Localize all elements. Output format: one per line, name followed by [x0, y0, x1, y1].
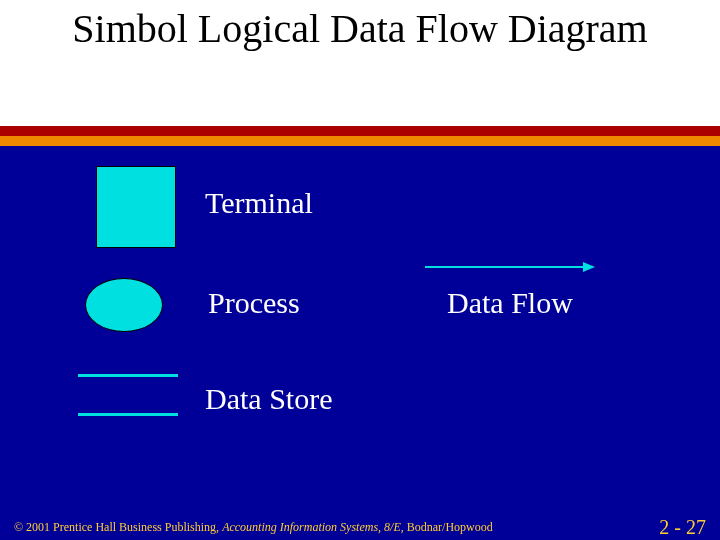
datastore-symbol	[78, 374, 178, 416]
footer: © 2001 Prentice Hall Business Publishing…	[0, 506, 720, 540]
page-number: 2 - 27	[659, 516, 706, 539]
footer-copyright: © 2001 Prentice Hall Business Publishing…	[14, 520, 222, 534]
footer-left: © 2001 Prentice Hall Business Publishing…	[14, 520, 493, 535]
footer-authors: , Bodnar/Hopwood	[401, 520, 493, 534]
terminal-label: Terminal	[205, 186, 313, 220]
dataflow-symbol	[425, 261, 595, 271]
divider-orange	[0, 136, 720, 146]
dataflow-label: Data Flow	[447, 286, 573, 320]
divider-red	[0, 126, 720, 136]
process-symbol	[85, 278, 163, 332]
process-label: Process	[208, 286, 300, 320]
title-area: Simbol Logical Data Flow Diagram	[0, 0, 720, 126]
footer-book-title: Accounting Information Systems, 8/E	[222, 520, 401, 534]
content-area: Terminal Process Data Flow Data Store	[0, 146, 720, 506]
terminal-symbol	[96, 166, 176, 248]
svg-marker-1	[583, 262, 595, 272]
datastore-label: Data Store	[205, 382, 332, 416]
slide-title: Simbol Logical Data Flow Diagram	[0, 6, 720, 52]
